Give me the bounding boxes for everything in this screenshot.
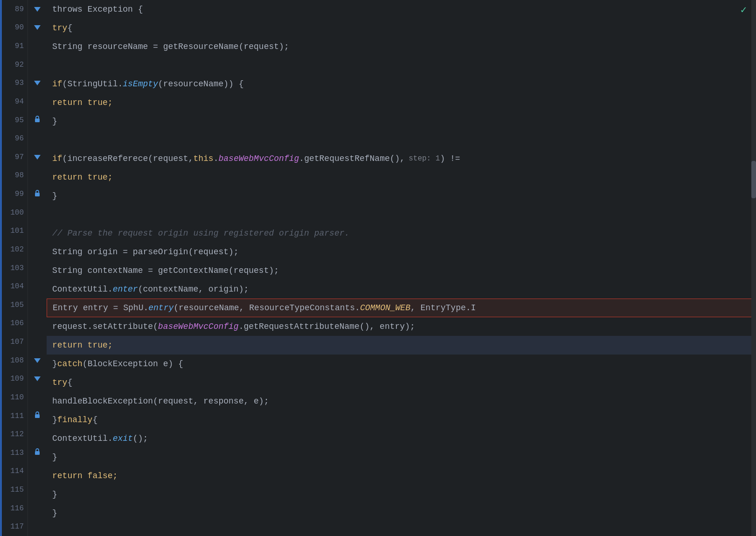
code-token: try bbox=[52, 378, 67, 387]
code-token: { bbox=[67, 23, 72, 33]
code-token: .getRequestRefName(), bbox=[299, 154, 405, 163]
code-area: throws Exception { try { String resource… bbox=[47, 0, 756, 536]
code-line: } bbox=[47, 112, 756, 131]
code-token: throws Exception { bbox=[52, 5, 143, 14]
debug-cell bbox=[28, 388, 47, 407]
lock-icon bbox=[34, 448, 41, 458]
debug-cell bbox=[28, 74, 47, 93]
code-token: (resourceName, ResourceTypeConstants. bbox=[173, 303, 360, 313]
code-token: (resourceName)) { bbox=[158, 79, 244, 89]
line-number: 114 bbox=[10, 462, 24, 481]
line-number: 109 bbox=[10, 370, 24, 389]
line-number: 102 bbox=[10, 240, 24, 259]
code-token: } bbox=[52, 359, 57, 369]
code-line: handleBlockException(request, response, … bbox=[47, 392, 756, 411]
line-number: 115 bbox=[10, 480, 24, 499]
line-numbers-gutter: 8990919293949596979899100101102103104105… bbox=[0, 0, 28, 536]
debug-cell bbox=[28, 480, 47, 499]
code-token: return false; bbox=[52, 471, 118, 480]
scrollbar[interactable] bbox=[751, 0, 756, 536]
code-line bbox=[47, 522, 756, 536]
code-line: ContextUtil.enter(contextName, origin); bbox=[47, 280, 756, 299]
code-token: , EntryType.I bbox=[410, 303, 476, 313]
debug-cell bbox=[28, 19, 47, 37]
code-editor: 8990919293949596979899100101102103104105… bbox=[0, 0, 756, 536]
code-line: } bbox=[47, 448, 756, 466]
debug-cell bbox=[28, 0, 47, 19]
code-token: catch bbox=[57, 359, 83, 369]
code-token: step: 1 bbox=[409, 154, 440, 163]
debug-cell bbox=[28, 351, 47, 370]
scrollbar-thumb[interactable] bbox=[751, 161, 756, 198]
lock-icon bbox=[34, 411, 41, 421]
debug-cell bbox=[28, 111, 47, 130]
debug-cell bbox=[28, 370, 47, 389]
line-number: 108 bbox=[10, 351, 24, 370]
code-line: return true; bbox=[47, 336, 756, 355]
code-token: request.setAttribute( bbox=[52, 322, 158, 331]
debug-cell bbox=[28, 56, 47, 74]
code-line bbox=[47, 56, 756, 75]
debug-cell bbox=[28, 462, 47, 481]
svg-rect-0 bbox=[35, 118, 40, 122]
code-token: } bbox=[52, 191, 57, 201]
code-line: ContextUtil.exit(); bbox=[47, 429, 756, 448]
code-token: entry bbox=[148, 303, 173, 313]
line-number: 96 bbox=[15, 129, 24, 148]
status-check-icon: ✓ bbox=[741, 4, 747, 16]
line-number: 112 bbox=[10, 425, 24, 444]
line-number: 97 bbox=[15, 148, 24, 167]
debug-cell bbox=[28, 425, 47, 444]
code-token: enter bbox=[113, 285, 138, 294]
code-token: if bbox=[52, 79, 62, 89]
debug-cell bbox=[28, 148, 47, 167]
line-number: 90 bbox=[15, 19, 24, 37]
lock-icon bbox=[34, 189, 41, 199]
left-bar bbox=[0, 0, 2, 536]
line-number: 94 bbox=[15, 92, 24, 111]
line-number: 117 bbox=[10, 518, 24, 536]
code-token: // Parse the request origin using regist… bbox=[52, 229, 349, 238]
breakpoint-arrow-down[interactable] bbox=[34, 155, 41, 160]
code-token: baseWebMvcConfig bbox=[158, 322, 239, 331]
code-line: String resourceName = getResourceName(re… bbox=[47, 37, 756, 56]
code-line: String origin = parseOrigin(request); bbox=[47, 243, 756, 261]
debug-cell bbox=[28, 92, 47, 111]
svg-rect-2 bbox=[35, 414, 40, 418]
line-number: 101 bbox=[10, 222, 24, 241]
code-line: // Parse the request origin using regist… bbox=[47, 224, 756, 243]
code-line: throws Exception { bbox=[47, 0, 756, 19]
code-token: COMMON_WEB bbox=[360, 303, 410, 313]
debug-cell bbox=[28, 129, 47, 148]
code-token: handleBlockException(request, response, … bbox=[52, 397, 269, 406]
line-number: 100 bbox=[10, 203, 24, 222]
code-token: isEmpty bbox=[123, 79, 158, 89]
code-token: (); bbox=[133, 434, 148, 443]
code-line bbox=[47, 131, 756, 149]
breakpoint-arrow-down[interactable] bbox=[34, 7, 41, 12]
line-number: 106 bbox=[10, 314, 24, 333]
line-number: 91 bbox=[15, 37, 24, 56]
line-number: 110 bbox=[10, 388, 24, 407]
debug-cell bbox=[28, 444, 47, 462]
breakpoint-arrow-down[interactable] bbox=[34, 25, 41, 30]
code-token: return true; bbox=[52, 173, 113, 182]
breakpoint-arrow-down[interactable] bbox=[34, 358, 41, 363]
code-token: ContextUtil. bbox=[52, 434, 113, 443]
debug-cell bbox=[28, 222, 47, 241]
code-line: return true; bbox=[47, 168, 756, 187]
code-token: . bbox=[214, 154, 219, 163]
debug-cell bbox=[28, 296, 47, 314]
line-number: 116 bbox=[10, 499, 24, 518]
code-token: this bbox=[193, 154, 213, 163]
breakpoint-arrow-down[interactable] bbox=[34, 376, 41, 381]
line-number: 98 bbox=[15, 167, 24, 185]
code-token: exit bbox=[113, 434, 133, 443]
debug-cell bbox=[28, 499, 47, 518]
code-line: } bbox=[47, 485, 756, 504]
breakpoint-arrow-down[interactable] bbox=[34, 81, 41, 85]
lock-icon bbox=[34, 115, 41, 125]
line-number: 89 bbox=[15, 0, 24, 19]
code-token: (contextName, origin); bbox=[138, 285, 249, 294]
code-token: if bbox=[52, 154, 62, 163]
